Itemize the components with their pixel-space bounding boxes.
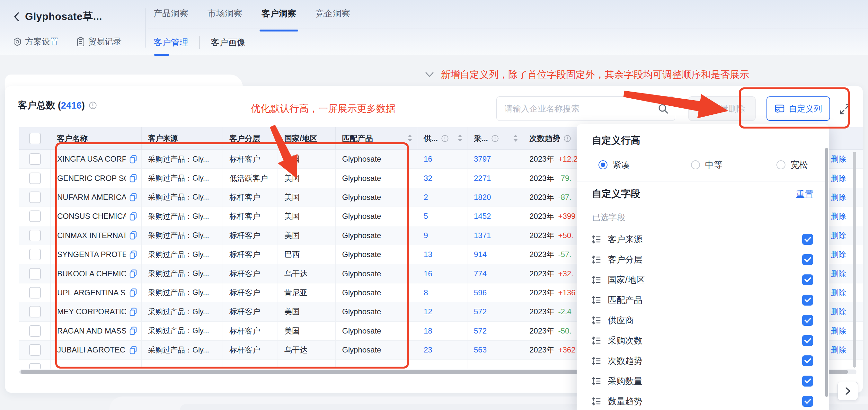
field-row[interactable]: 匹配产品 [577, 290, 829, 310]
delete-row-link[interactable]: 删除 [830, 188, 863, 207]
delete-row-link[interactable]: 删除 [830, 302, 863, 321]
field-row[interactable]: 客户分层 [577, 250, 829, 270]
reset-link[interactable]: 重置 [796, 188, 813, 200]
delete-row-link[interactable]: 删除 [830, 207, 863, 226]
suppliers-link[interactable]: 12 [424, 307, 432, 316]
purchase-count-link[interactable]: 563 [474, 345, 487, 354]
field-checkbox[interactable] [802, 274, 813, 285]
row-checkbox[interactable] [29, 230, 41, 241]
field-checkbox[interactable] [802, 335, 813, 346]
delete-row-link[interactable]: 删除 [830, 169, 863, 188]
drag-handle-icon[interactable] [591, 275, 601, 285]
row-checkbox[interactable] [29, 173, 41, 184]
delete-row-link[interactable]: 删除 [830, 341, 863, 359]
delete-row-link[interactable]: 删除 [830, 264, 863, 283]
sub-tab[interactable]: 客户管理 [154, 36, 199, 49]
row-checkbox[interactable] [29, 192, 41, 203]
field-row[interactable]: 供应商 [577, 310, 829, 330]
trade-records-link[interactable]: 贸易记录 [76, 36, 121, 47]
select-all-checkbox[interactable] [29, 133, 41, 144]
suppliers-link[interactable]: 32 [424, 174, 432, 183]
info-icon[interactable] [491, 135, 499, 142]
sort-icon[interactable] [407, 134, 412, 143]
info-icon[interactable] [89, 101, 97, 110]
suppliers-link[interactable]: 16 [424, 154, 432, 164]
suppliers-link[interactable]: 5 [424, 212, 428, 221]
purchase-count-link[interactable]: 596 [474, 288, 487, 297]
purchase-count-link[interactable]: 914 [474, 250, 487, 259]
sort-icon[interactable] [513, 134, 518, 143]
table-vertical-scrollbar[interactable] [853, 152, 856, 368]
suppliers-link[interactable]: 2 [424, 193, 428, 202]
purchase-count-link[interactable]: 1452 [474, 212, 491, 221]
field-row[interactable]: 数量趋势 [577, 391, 829, 410]
row-checkbox[interactable] [29, 344, 41, 356]
field-checkbox[interactable] [802, 355, 813, 366]
drag-handle-icon[interactable] [591, 255, 601, 265]
field-row[interactable]: 客户来源 [577, 229, 829, 250]
row-checkbox[interactable] [29, 363, 41, 369]
purchase-count-link[interactable]: 3797 [474, 154, 491, 164]
column-header[interactable]: 采... [467, 127, 523, 149]
field-checkbox[interactable] [802, 376, 813, 386]
scheme-settings-link[interactable]: 方案设置 [13, 36, 59, 47]
field-checkbox[interactable] [802, 295, 813, 305]
drag-handle-icon[interactable] [591, 295, 601, 305]
suppliers-link[interactable]: 13 [424, 250, 432, 259]
suppliers-link[interactable]: 8 [424, 288, 428, 297]
drag-handle-icon[interactable] [591, 335, 601, 346]
row-height-option[interactable]: 中等 [691, 159, 722, 171]
field-checkbox[interactable] [802, 315, 813, 326]
drag-handle-icon[interactable] [591, 356, 601, 366]
sort-icon[interactable] [458, 134, 463, 143]
row-checkbox[interactable] [29, 325, 41, 337]
purchase-count-link[interactable]: 572 [474, 326, 487, 335]
delete-row-link[interactable]: 删除 [830, 322, 863, 341]
main-tab[interactable]: 竞企洞察 [315, 8, 350, 31]
next-page-button[interactable] [837, 382, 858, 400]
field-row[interactable]: 次数趋势 [577, 351, 829, 371]
purchase-count-link[interactable]: 1820 [474, 193, 491, 202]
main-tab[interactable]: 客户洞察 [261, 8, 296, 31]
sub-tab[interactable]: 客户画像 [199, 36, 256, 49]
field-checkbox[interactable] [802, 234, 813, 245]
drag-handle-icon[interactable] [591, 376, 601, 386]
drag-handle-icon[interactable] [591, 234, 601, 244]
row-checkbox[interactable] [29, 210, 41, 222]
purchase-count-link[interactable]: 774 [474, 269, 487, 278]
collapse-chevron-icon[interactable] [425, 71, 434, 80]
field-checkbox[interactable] [802, 254, 813, 265]
main-tab[interactable]: 市场洞察 [208, 8, 242, 31]
purchase-count-link[interactable]: 1371 [474, 231, 491, 240]
row-height-option[interactable]: 宽松 [776, 159, 808, 171]
drag-handle-icon[interactable] [591, 396, 601, 407]
row-checkbox[interactable] [29, 268, 41, 280]
purchase-count-link[interactable]: 572 [474, 307, 487, 316]
info-icon[interactable] [441, 135, 449, 142]
suppliers-link[interactable]: 23 [424, 345, 432, 354]
suppliers-link[interactable]: 18 [424, 326, 432, 335]
row-checkbox[interactable] [29, 306, 41, 318]
field-row[interactable]: 采购次数 [577, 330, 829, 351]
delete-row-link[interactable]: 删除 [830, 245, 863, 264]
row-height-option[interactable]: 紧凑 [598, 159, 630, 171]
back-icon[interactable] [13, 11, 21, 22]
drag-handle-icon[interactable] [591, 315, 601, 325]
suppliers-link[interactable]: 9 [424, 231, 428, 240]
delete-row-link[interactable]: 删除 [830, 284, 863, 302]
row-checkbox[interactable] [29, 287, 41, 298]
purchase-count-link[interactable]: 2271 [474, 174, 491, 183]
field-checkbox[interactable] [802, 396, 813, 407]
field-row[interactable]: 采购数量 [577, 371, 829, 391]
delete-row-link[interactable]: 删除 [830, 226, 863, 245]
suppliers-link[interactable]: 16 [424, 269, 432, 278]
field-row[interactable]: 国家/地区 [577, 270, 829, 290]
row-checkbox[interactable] [29, 249, 41, 260]
row-checkbox[interactable] [29, 153, 41, 165]
info-icon[interactable] [563, 135, 571, 142]
delete-row-link[interactable]: 删除 [830, 150, 863, 169]
column-header[interactable]: 供... [417, 127, 467, 149]
main-tab[interactable]: 产品洞察 [154, 8, 188, 31]
panel-scrollbar[interactable] [825, 148, 828, 397]
search-input[interactable] [496, 96, 675, 121]
